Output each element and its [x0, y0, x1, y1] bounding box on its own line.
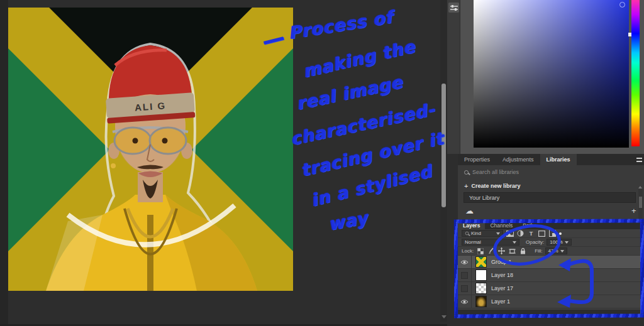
- filter-shape-layers-icon[interactable]: [538, 230, 546, 237]
- panel-menu-icon[interactable]: [636, 158, 642, 162]
- layer-thumbnail[interactable]: [475, 269, 487, 281]
- library-list-item[interactable]: Your Library: [464, 192, 636, 203]
- eye-hidden-icon: [461, 272, 468, 279]
- annotation-line: way: [327, 208, 369, 234]
- collapsed-sliders-panel-button[interactable]: [448, 3, 459, 13]
- scrollbar-down-arrow-icon[interactable]: [441, 315, 447, 318]
- sliders-icon: [450, 4, 458, 11]
- tab-properties[interactable]: Properties: [458, 154, 496, 165]
- canvas-artwork: ALI G: [8, 8, 293, 291]
- plus-icon: +: [464, 182, 468, 190]
- create-new-library-button[interactable]: + Create new library: [464, 182, 520, 190]
- layer-row-layer-18[interactable]: Layer 18: [458, 269, 644, 282]
- layer-thumbnail[interactable]: [475, 283, 487, 294]
- workspace-left-edge: [0, 0, 8, 326]
- opacity-value-dropdown[interactable]: 100%: [547, 239, 571, 246]
- tab-adjustments[interactable]: Adjustments: [496, 154, 540, 165]
- annotation-line: Process of: [287, 7, 395, 43]
- layer-thumbnail[interactable]: [475, 296, 487, 307]
- eye-icon: [460, 299, 469, 305]
- layers-panel: Layers Channels Paths Kind T: [458, 221, 644, 310]
- add-content-icon[interactable]: +: [631, 207, 636, 215]
- filter-toggle-icon[interactable]: [559, 232, 562, 235]
- layer-row-group-1[interactable]: Group 1: [458, 256, 644, 269]
- tab-layers[interactable]: Layers: [458, 221, 485, 229]
- libraries-search-input[interactable]: Search all libraries: [464, 169, 519, 175]
- beanie-brand-text: ALI G: [135, 100, 167, 112]
- tab-channels[interactable]: Channels: [485, 221, 518, 229]
- filter-kind-dropdown[interactable]: Kind: [462, 230, 503, 237]
- layers-tabstrip: Layers Channels Paths: [458, 221, 644, 229]
- fill-label: Fill:: [535, 248, 542, 254]
- document-canvas[interactable]: ALI G: [8, 8, 293, 291]
- blend-mode-row: Normal Opacity: 100%: [458, 238, 644, 247]
- blend-mode-dropdown[interactable]: Normal: [462, 239, 519, 246]
- scroll-up-icon[interactable]: [638, 186, 642, 188]
- hue-slider[interactable]: [631, 0, 640, 146]
- fill-value-dropdown[interactable]: 47%: [545, 247, 567, 254]
- layer-name[interactable]: Layer 1: [491, 298, 510, 305]
- lock-transparency-icon[interactable]: [476, 247, 484, 255]
- color-field-marker[interactable]: [619, 2, 625, 8]
- libraries-panel: Search all libraries + Create new librar…: [458, 165, 644, 221]
- search-icon: [465, 232, 469, 236]
- opacity-label: Opacity:: [526, 239, 544, 245]
- search-icon: [464, 170, 469, 175]
- layer-row-layer-1[interactable]: Layer 1: [458, 295, 644, 308]
- search-placeholder: Search all libraries: [472, 169, 519, 175]
- chevron-down-icon: [565, 241, 569, 244]
- visibility-toggle[interactable]: [458, 295, 472, 308]
- document-vertical-scrollbar[interactable]: [440, 0, 447, 322]
- eye-icon: [460, 259, 469, 265]
- panel-tabstrip: Properties Adjustments Libraries: [458, 154, 644, 165]
- sync-cloud-icon[interactable]: ☁: [465, 207, 474, 215]
- chevron-down-icon: [496, 232, 500, 235]
- chevron-down-icon: [513, 241, 516, 244]
- collapsed-panel-dock: [447, 0, 460, 154]
- layer-name[interactable]: Layer 18: [491, 272, 513, 278]
- lock-row: Lock: Fill: 47%: [458, 247, 644, 256]
- libraries-scrollbar[interactable]: [638, 189, 643, 219]
- photoshop-workspace: ALI G Process of making the real image c…: [0, 0, 644, 326]
- lock-artboard-icon[interactable]: [508, 247, 516, 255]
- layer-name[interactable]: Group 1: [491, 259, 512, 265]
- visibility-toggle[interactable]: [458, 269, 472, 281]
- visibility-toggle[interactable]: [458, 256, 472, 268]
- tab-paths[interactable]: Paths: [518, 221, 541, 229]
- lock-label: Lock:: [462, 248, 474, 254]
- scrollbar-thumb[interactable]: [639, 197, 642, 208]
- layer-filter-row: Kind T: [458, 229, 644, 238]
- saturation-brightness-field[interactable]: [474, 0, 629, 148]
- filter-adjustment-layers-icon[interactable]: [516, 230, 525, 237]
- color-picker-panel: [460, 0, 644, 154]
- tab-libraries[interactable]: Libraries: [540, 154, 577, 165]
- hue-slider-marker[interactable]: [628, 33, 631, 36]
- filter-smart-objects-icon[interactable]: [548, 230, 557, 237]
- visibility-toggle[interactable]: [458, 282, 472, 295]
- layer-row-layer-17[interactable]: Layer 17: [458, 282, 644, 295]
- eye-hidden-icon: [461, 285, 468, 292]
- chevron-down-icon: [560, 250, 564, 253]
- layer-name[interactable]: Layer 17: [491, 285, 513, 291]
- lock-position-move-icon[interactable]: [497, 247, 506, 255]
- lock-pixels-brush-icon[interactable]: [487, 247, 495, 255]
- lock-all-padlock-icon[interactable]: [519, 247, 527, 255]
- filter-pixel-layers-icon[interactable]: [506, 230, 514, 237]
- filter-type-layers-icon[interactable]: T: [527, 230, 535, 237]
- layer-thumbnail[interactable]: [475, 256, 487, 268]
